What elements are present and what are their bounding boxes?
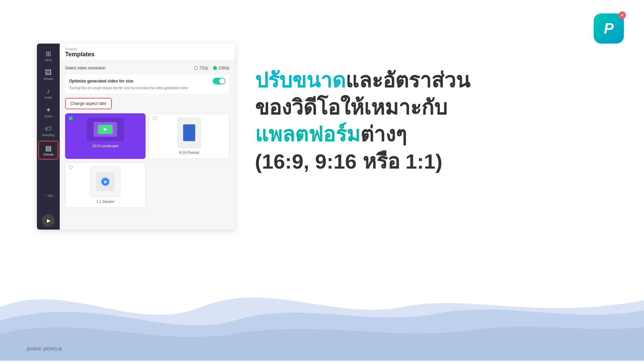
landscape-inner: [94, 122, 117, 137]
visuals-icon: 🖼: [45, 69, 52, 76]
portrait-blue-rect: [183, 124, 195, 141]
optimize-title: Optimize generated video for size: [69, 79, 133, 83]
optimize-description: Turning this on would reduce the file si…: [69, 86, 225, 90]
sidebar: ⊞ Story 🖼 Visuals ♪ Audio ✦ Styles 🏷 Bra…: [37, 44, 60, 230]
portrait-label: 9:16 Portrait: [179, 150, 199, 155]
aspect-card-portrait[interactable]: 9:16 Portrait: [149, 113, 229, 159]
thai-line1-part1: ปรับขนาด: [255, 69, 345, 92]
story-icon: ⊞: [46, 50, 51, 57]
branding-icon: 🏷: [45, 125, 52, 132]
sidebar-item-visuals[interactable]: 🖼 Visuals: [38, 66, 58, 83]
landscape-green-box: [98, 125, 113, 134]
resolution-1080p[interactable]: 1080p: [213, 66, 229, 70]
radio-portrait: [153, 116, 157, 120]
aspect-card-square[interactable]: ▶ 1:1 Square: [65, 162, 146, 208]
aspect-card-landscape[interactable]: 16:9 Landscape: [65, 113, 146, 159]
logo: P: [594, 13, 624, 44]
tips-check-icon: ✓: [44, 194, 46, 197]
sidebar-item-label-branding: Branding: [42, 133, 54, 137]
optimize-header: Optimize generated video for size: [69, 78, 225, 84]
text-content: ปรับขนาดและอัตราส่วน ของวิดีโอให้เหมาะกั…: [255, 67, 610, 175]
logo-text: P: [604, 20, 613, 37]
label-1080p: 1080p: [218, 66, 229, 70]
change-aspect-button[interactable]: Change aspect ratio: [65, 98, 112, 109]
sidebar-item-label-story: Story: [45, 58, 52, 62]
content-body: Select video resolution 720p 1080p Optim…: [60, 61, 235, 230]
sidebar-item-label-styles: Styles: [44, 115, 53, 118]
sidebar-item-label-format: Format: [44, 153, 53, 156]
portrait-preview: [177, 118, 201, 148]
page-title: Templates: [65, 51, 229, 58]
optimize-section: Optimize generated video for size Turnin…: [65, 74, 229, 94]
thai-line-2: ของวิดีโอให้เหมาะกับ: [255, 94, 610, 121]
content-area: Project Templates Select video resolutio…: [60, 44, 235, 230]
square-inner: ▶: [96, 172, 115, 191]
thai-line1-part2: และอัตราส่วน: [345, 69, 470, 92]
sidebar-item-branding[interactable]: 🏷 Branding: [38, 122, 58, 139]
radio-1080p: [213, 66, 217, 70]
thai-line3-part2: ต่างๆ: [360, 123, 407, 146]
play-icon: ▶: [47, 218, 51, 223]
thai-line-1: ปรับขนาดและอัตราส่วน: [255, 67, 610, 94]
aspect-grid: 16:9 Landscape 9:16 Portrait: [65, 113, 229, 208]
sidebar-item-audio[interactable]: ♪ Audio: [38, 84, 58, 102]
thai-line-3: แพลตฟอร์มต่างๆ: [255, 121, 610, 148]
play-icon-square: ▶: [104, 179, 107, 184]
play-button[interactable]: ▶: [42, 214, 55, 227]
landscape-label: 16:9 Landscape: [92, 144, 118, 148]
ui-panel: ⊞ Story 🖼 Visuals ♪ Audio ✦ Styles 🏷 Bra…: [37, 44, 235, 230]
toggle-knob: [219, 78, 225, 84]
resolution-row: Select video resolution 720p 1080p: [65, 66, 229, 70]
tips-button[interactable]: ✓ Tips: [38, 192, 58, 199]
resolution-720p[interactable]: 720p: [194, 66, 208, 70]
sidebar-item-styles[interactable]: ✦ Styles: [38, 103, 58, 121]
logo-circle: P: [594, 13, 624, 44]
play-circle-square: ▶: [101, 178, 109, 186]
sidebar-item-story[interactable]: ⊞ Story: [38, 47, 58, 64]
play-icon-landscape: [104, 127, 107, 131]
tips-label: Tips: [47, 194, 53, 197]
label-720p: 720p: [199, 66, 208, 70]
thai-line3-part1: แพลตฟอร์ม: [255, 123, 360, 146]
square-label: 1:1 Square: [96, 199, 114, 203]
thai-line-4: (16:9, 9:16 หรือ 1:1): [255, 148, 610, 175]
sidebar-item-format[interactable]: ▤ Format: [38, 141, 58, 160]
resolution-options: 720p 1080p: [194, 66, 229, 70]
radio-720p: [194, 66, 198, 70]
audio-icon: ♪: [47, 88, 50, 95]
square-preview: ▶: [90, 167, 120, 197]
format-icon: ▤: [45, 145, 52, 152]
resolution-label: Select video resolution: [65, 66, 106, 70]
optimize-toggle[interactable]: [213, 78, 225, 84]
content-header: Project Templates: [60, 44, 235, 61]
radio-square: [69, 165, 73, 169]
landscape-preview: [87, 118, 124, 141]
styles-icon: ✦: [46, 107, 51, 113]
sidebar-item-label-audio: Audio: [44, 96, 52, 99]
radio-landscape: [69, 116, 73, 120]
sidebar-item-label-visuals: Visuals: [44, 77, 53, 80]
breadcrumb: Project: [65, 47, 229, 51]
wave-background: [0, 253, 644, 362]
watermark: picture: pictory.ai: [27, 346, 62, 351]
